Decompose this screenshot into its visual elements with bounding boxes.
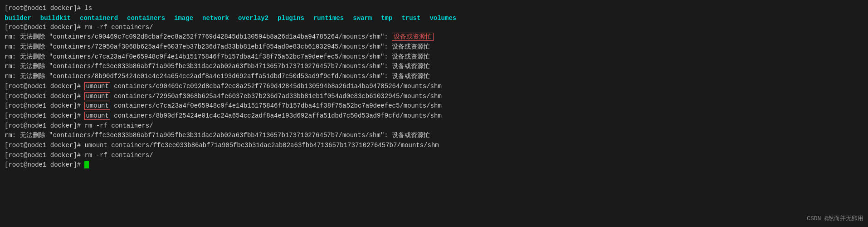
dir-trust: trust [401,15,420,22]
dir-plugins: plugins [278,15,304,22]
umount-cmd-3: [root@node1 docker]# umount containers/c… [5,101,863,111]
error-line-3: rm: 无法删除 "containers/c7ca23a4f0e65948c9f… [5,52,863,62]
dir-runtimes: runtimes [313,15,344,22]
umount-cmd-1: [root@node1 docker]# umount containers/c… [5,82,863,92]
error-line-2: rm: 无法删除 "containers/72950af3068b625a4fe… [5,42,863,52]
umount-keyword-4: umount [84,112,110,120]
dir-volumes: volumes [429,15,456,22]
terminal: [root@node1 docker]# ls builder buildkit… [5,4,863,170]
dir-builder: builder [5,15,31,22]
dir-overlay2: overlay2 [238,15,268,22]
umount-cmd-4: [root@node1 docker]# umount containers/8… [5,111,863,121]
error-line-4: rm: 无法删除 "containers/ffc3ee033b86abf71a9… [5,62,863,72]
error-line-5: rm: 无法删除 "containers/8b90df25424e01c4c24… [5,72,863,82]
error-line-6: rm: 无法删除 "containers/ffc3ee033b86abf71a9… [5,131,863,141]
ls-command: [root@node1 docker]# ls [5,4,863,14]
dir-image: image [174,15,193,22]
rm-cmd-2: [root@node1 docker]# rm -rf containers/ [5,121,863,131]
final-prompt: [root@node1 docker]# [5,160,863,170]
dir-listing: builder buildkit containerd containers i… [5,14,863,23]
rm-cmd-1: [root@node1 docker]# rm -rf containers/ [5,23,863,33]
dir-network: network [202,15,229,22]
watermark: CSDN @然而并无卵用 [807,214,863,222]
dir-containers: containers [127,15,165,22]
umount-plain-1: [root@node1 docker]# umount containers/f… [5,141,863,151]
cursor [84,161,89,168]
umount-keyword-1: umount [84,82,110,90]
rm-cmd-3: [root@node1 docker]# rm -rf containers/ [5,151,863,161]
umount-cmd-2: [root@node1 docker]# umount containers/7… [5,92,863,102]
error-badge-1: 设备或资源忙 [392,33,434,41]
dir-tmp: tmp [381,15,392,22]
umount-keyword-3: umount [84,102,110,110]
error-line-1: rm: 无法删除 "containers/c90469c7c092d8cbaf2… [5,32,863,42]
dir-buildkit: buildkit [40,15,71,22]
umount-keyword-2: umount [84,92,110,100]
dir-swarm: swarm [353,15,372,22]
dir-containerd: containerd [80,15,118,22]
